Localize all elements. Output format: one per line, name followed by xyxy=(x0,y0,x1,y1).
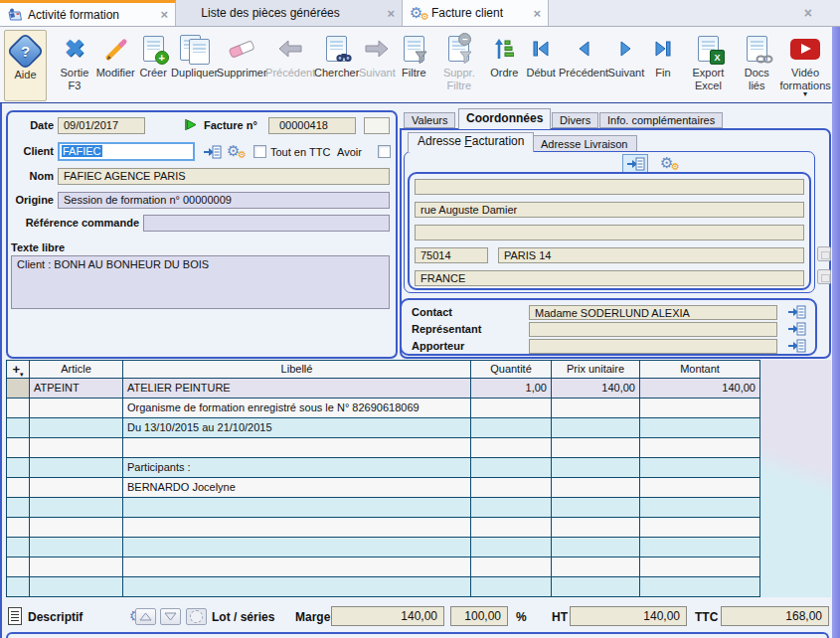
cell-article[interactable] xyxy=(30,399,123,417)
linked-docs-button[interactable]: Docs liés xyxy=(735,30,778,92)
cell-montant[interactable] xyxy=(640,458,760,477)
column-header-montant[interactable]: Montant xyxy=(640,361,760,378)
cell-quantite[interactable] xyxy=(471,418,552,437)
cell-article[interactable] xyxy=(30,558,123,576)
address-street-field[interactable]: rue Auguste Damier xyxy=(415,202,804,218)
cell-libelle[interactable] xyxy=(123,538,471,557)
cell-quantite[interactable] xyxy=(471,399,552,417)
modify-button[interactable]: Modifier xyxy=(96,30,135,80)
order-button[interactable]: Ordre xyxy=(486,30,523,80)
cell-prix-unitaire[interactable]: 140,00 xyxy=(552,379,640,398)
address-select-list-button[interactable] xyxy=(622,154,648,173)
table-row[interactable] xyxy=(6,438,760,458)
order-ref-field[interactable] xyxy=(143,215,390,232)
next-record-button[interactable]: Suivant xyxy=(607,30,644,80)
cell-libelle[interactable] xyxy=(123,438,471,457)
select-list-icon[interactable] xyxy=(787,322,806,336)
row-selector-cell[interactable] xyxy=(6,558,30,576)
address-line1-field[interactable] xyxy=(415,179,804,195)
tab-divers[interactable]: Divers xyxy=(552,112,598,128)
cell-montant[interactable]: 140,00 xyxy=(640,379,760,398)
cell-libelle[interactable] xyxy=(123,498,471,517)
row-selector-cell[interactable] xyxy=(6,538,30,557)
cell-libelle[interactable]: ATELIER PEINTURE xyxy=(123,379,471,398)
cell-article[interactable] xyxy=(30,458,123,477)
table-row[interactable]: Organisme de formation enregistré sous l… xyxy=(6,399,760,418)
cell-libelle[interactable]: Du 13/10/2015 au 21/10/2015 xyxy=(123,418,471,437)
cell-quantite[interactable] xyxy=(471,577,552,596)
cell-quantite[interactable] xyxy=(471,538,552,557)
address-line3-field[interactable] xyxy=(415,225,804,240)
help-button[interactable]: ? Aide xyxy=(4,30,47,101)
cell-article[interactable] xyxy=(30,538,123,557)
cell-montant[interactable] xyxy=(640,558,760,576)
duplicate-button[interactable]: Dupliquer xyxy=(172,30,218,80)
tab-facture-client[interactable]: ⚙⚙ Facture client × xyxy=(403,0,549,26)
cell-montant[interactable] xyxy=(640,478,760,497)
cell-quantite[interactable] xyxy=(471,498,552,517)
first-record-button[interactable]: Début xyxy=(523,30,560,80)
name-field[interactable]: FAFIEC AGENCE PARIS xyxy=(58,168,390,185)
cell-libelle[interactable]: BERNARDO Jocelyne xyxy=(123,478,471,497)
cell-prix-unitaire[interactable] xyxy=(552,399,640,417)
ttc-checkbox[interactable] xyxy=(253,145,266,158)
lot-series-button[interactable] xyxy=(186,608,207,625)
row-selector-cell[interactable] xyxy=(6,577,30,596)
table-row[interactable] xyxy=(6,498,760,518)
cell-libelle[interactable]: Organisme de formation enregistré sous l… xyxy=(123,399,471,417)
cell-prix-unitaire[interactable] xyxy=(552,418,640,437)
select-list-icon[interactable] xyxy=(787,305,806,319)
tab-liste-pieces[interactable]: Liste des pièces générées × xyxy=(176,0,403,26)
tab-valeurs[interactable]: Valeurs xyxy=(404,112,455,128)
select-list-icon[interactable] xyxy=(203,145,222,159)
cell-montant[interactable] xyxy=(640,498,760,517)
zip-field[interactable]: 75014 xyxy=(415,247,488,263)
cell-montant[interactable] xyxy=(640,399,760,417)
avoir-checkbox[interactable] xyxy=(378,145,391,158)
cell-prix-unitaire[interactable] xyxy=(552,577,640,596)
apporteur-field[interactable] xyxy=(529,339,777,354)
table-row[interactable]: Du 13/10/2015 au 21/10/2015 xyxy=(6,418,760,438)
close-icon[interactable]: × xyxy=(381,6,395,21)
tab-coordonnees[interactable]: Coordonnées xyxy=(458,108,551,129)
filter-button[interactable]: Filtre xyxy=(396,30,432,80)
table-row[interactable]: ATPEINT ATELIER PEINTURE 1,00 140,00 140… xyxy=(6,379,760,399)
cell-article[interactable]: ATPEINT xyxy=(30,379,123,398)
free-text-area[interactable]: Client : BONH AU BONHEUR DU BOIS xyxy=(11,255,390,309)
table-row[interactable] xyxy=(6,538,760,558)
column-header-prix-unitaire[interactable]: Prix unitaire xyxy=(552,361,640,378)
column-header-libelle[interactable]: Libellé xyxy=(123,361,471,378)
delete-button[interactable]: Supprimer xyxy=(218,30,266,80)
tab-activite-formation[interactable]: Activité formation × xyxy=(0,0,176,26)
cell-quantite[interactable] xyxy=(471,438,552,457)
cell-prix-unitaire[interactable] xyxy=(552,498,640,517)
cell-quantite[interactable] xyxy=(471,518,552,537)
cell-article[interactable] xyxy=(30,418,123,437)
row-selector-cell[interactable] xyxy=(6,379,30,398)
ht-value-field[interactable]: 140,00 xyxy=(570,606,687,626)
cell-quantite[interactable] xyxy=(471,458,552,477)
search-button[interactable]: Chercher xyxy=(315,30,359,80)
cell-libelle[interactable]: Participants : xyxy=(123,458,471,477)
select-list-icon[interactable] xyxy=(787,339,806,353)
marge-value-field[interactable]: 140,00 xyxy=(331,606,444,626)
row-selector-cell[interactable] xyxy=(6,498,30,517)
video-trainings-button[interactable]: Vidéo formations ▾ xyxy=(778,30,832,98)
previous-record-button[interactable]: Précédent xyxy=(560,30,608,80)
row-selector-cell[interactable] xyxy=(6,458,30,477)
close-icon[interactable]: × xyxy=(527,6,541,21)
add-line-button[interactable]: +▾ xyxy=(6,361,30,378)
cell-article[interactable] xyxy=(30,478,123,497)
invoice-number-field[interactable]: 00000418 xyxy=(268,117,356,134)
cell-article[interactable] xyxy=(30,498,123,517)
move-line-up-button[interactable] xyxy=(135,608,156,625)
export-excel-button[interactable]: X Export Excel xyxy=(681,30,735,92)
close-icon[interactable]: × xyxy=(154,7,168,22)
exit-button[interactable]: ✖ Sortie F3 xyxy=(53,30,96,92)
cell-montant[interactable] xyxy=(640,418,760,437)
subtab-adresse-facturation[interactable]: Adresse Facturation xyxy=(408,132,534,152)
table-row[interactable] xyxy=(6,558,760,577)
cell-prix-unitaire[interactable] xyxy=(552,518,640,537)
date-field[interactable]: 09/01/2017 xyxy=(58,117,145,134)
cell-montant[interactable] xyxy=(640,518,760,537)
